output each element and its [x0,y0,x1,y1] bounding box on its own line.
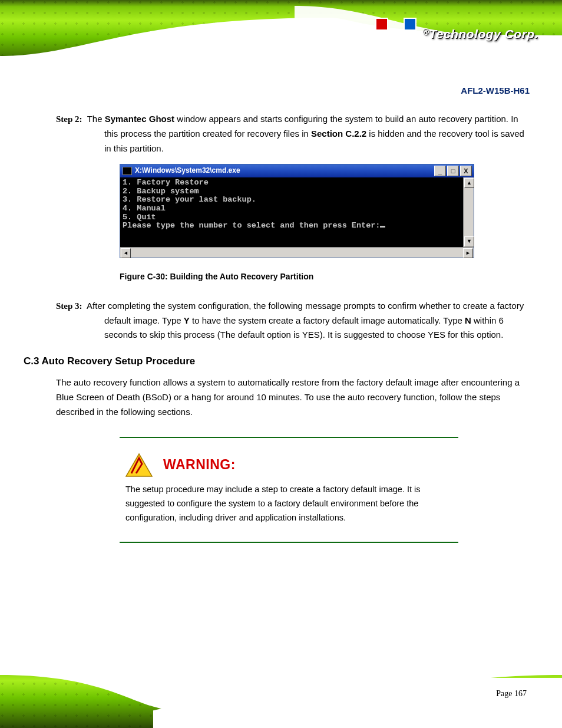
close-button[interactable]: X [460,166,472,176]
text: to have the system create a factory defa… [190,315,465,325]
cmd-window: X:\Windows\System32\cmd.exe _ □ X 1. Fac… [120,164,474,258]
brand-text: ®Technology Corp. [422,27,538,41]
step-label: Step 3: [56,301,82,311]
warning-text: The setup procedure may include a step t… [125,483,452,525]
scroll-down-button[interactable]: ▼ [464,236,474,246]
minimize-button[interactable]: _ [434,166,446,176]
step-label: Step 2: [56,114,82,124]
scroll-right-button[interactable]: ► [463,248,473,258]
section-ref: Section C.2.2 [311,129,366,139]
scroll-up-button[interactable]: ▲ [464,178,474,188]
section-heading: C.3 Auto Recovery Setup Procedure [24,353,530,370]
cmd-output: 1. Factory Restore 2. Backup system 3. R… [120,177,463,246]
warning-callout: WARNING: The setup procedure may include… [120,437,458,543]
cmd-titlebar[interactable]: X:\Windows\System32\cmd.exe _ □ X [120,164,474,177]
text: The [87,114,105,124]
page-content: Step 2: The Symantec Ghost window appear… [56,112,530,555]
vertical-scrollbar[interactable]: ▲ ▼ [463,177,474,246]
section-paragraph: The auto recovery function allows a syst… [56,375,530,419]
step-2: Step 2: The Symantec Ghost window appear… [56,112,530,156]
horizontal-scrollbar[interactable]: ◄ ► [120,247,474,258]
cmd-icon [123,167,132,175]
cursor-icon [380,226,385,228]
text-bold: Y [184,315,190,325]
figure-caption: Figure C-30: Building the Auto Recovery … [120,270,530,284]
text-bold: N [465,315,471,325]
step-3: Step 3: After completing the system conf… [56,299,530,342]
brand: ®Technology Corp. [375,17,538,52]
page-number: Page 167 [496,689,527,699]
cmd-title: X:\Windows\System32\cmd.exe [135,165,240,177]
warning-title: WARNING: [163,454,236,476]
product-title: AFL2-W15B-H61 [461,85,530,95]
iei-logo-icon [375,17,416,52]
maximize-button[interactable]: □ [447,166,459,176]
text-bold: Symantec Ghost [105,114,174,124]
warning-icon [125,453,153,477]
scroll-left-button[interactable]: ◄ [121,248,131,258]
